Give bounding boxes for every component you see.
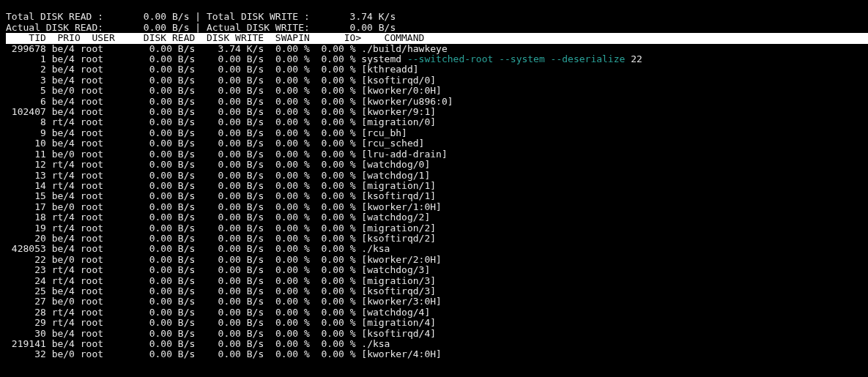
disk-read-cell: 0.00 B/s [126,96,195,107]
prio-cell: rt/4 [52,159,81,170]
process-row[interactable]: 5 be/0 root 0.00 B/s 0.00 B/s 0.00 % 0.0… [6,86,868,96]
disk-write-cell: 0.00 B/s [195,275,264,286]
column-header[interactable]: TID PRIO USER DISK READ DISK WRITE SWAPI… [6,33,868,43]
process-row[interactable]: 6 be/4 root 0.00 B/s 0.00 B/s 0.00 % 0.0… [6,97,868,107]
process-row[interactable]: 28 rt/4 root 0.00 B/s 0.00 B/s 0.00 % 0.… [6,307,868,318]
process-row[interactable]: 30 be/4 root 0.00 B/s 0.00 B/s 0.00 % 0.… [6,329,868,339]
swapin-cell: 0.00 % [264,180,310,191]
process-row[interactable]: 13 rt/4 root 0.00 B/s 0.00 B/s 0.00 % 0.… [6,171,868,181]
process-row[interactable]: 22 be/0 root 0.00 B/s 0.00 B/s 0.00 % 0.… [6,255,868,265]
disk-read-cell: 0.00 B/s [126,53,195,64]
process-row[interactable]: 219141 be/4 root 0.00 B/s 0.00 B/s 0.00 … [6,339,868,349]
command-cell: [kworker/1:0H] [361,201,442,212]
process-row[interactable]: 15 be/4 root 0.00 B/s 0.00 B/s 0.00 % 0.… [6,191,868,201]
prio-cell: be/4 [52,285,81,296]
swapin-cell: 0.00 % [264,127,310,138]
disk-write-cell: 0.00 B/s [195,285,264,296]
user-cell: root [81,201,127,212]
prio-cell: rt/4 [52,170,81,181]
process-row[interactable]: 12 rt/4 root 0.00 B/s 0.00 B/s 0.00 % 0.… [6,160,868,170]
process-row[interactable]: 428053 be/4 root 0.00 B/s 0.00 B/s 0.00 … [6,244,868,254]
process-row[interactable]: 299678 be/4 root 0.00 B/s 3.74 K/s 0.00 … [6,44,868,54]
user-cell: root [81,159,127,170]
tid-cell: 102407 [6,106,52,117]
tid-cell: 20 [6,233,52,244]
command-cell: [watchdog/0] [361,159,430,170]
disk-read-cell: 0.00 B/s [126,233,195,244]
user-cell: root [81,296,127,307]
swapin-cell: 0.00 % [264,138,310,149]
command-cell: [watchdog/2] [361,212,430,223]
process-row[interactable]: 20 be/4 root 0.00 B/s 0.00 B/s 0.00 % 0.… [6,234,868,244]
process-row[interactable]: 1 be/4 root 0.00 B/s 0.00 B/s 0.00 % 0.0… [6,54,868,64]
process-row[interactable]: 17 be/0 root 0.00 B/s 0.00 B/s 0.00 % 0.… [6,202,868,212]
process-row[interactable]: 27 be/0 root 0.00 B/s 0.00 B/s 0.00 % 0.… [6,296,868,307]
disk-read-cell: 0.00 B/s [126,149,195,160]
process-row[interactable]: 8 rt/4 root 0.00 B/s 0.00 B/s 0.00 % 0.0… [6,117,868,127]
user-cell: root [81,43,127,54]
command-cell: [rcu_sched] [361,138,424,149]
tid-cell: 27 [6,296,52,307]
user-cell: root [81,106,127,117]
disk-read-cell: 0.00 B/s [126,85,195,96]
command-cell: systemd [361,53,407,64]
command-cell: [lru-add-drain] [361,149,447,160]
io-cell: 0.00 % [310,328,361,339]
user-cell: root [81,243,127,254]
process-row[interactable]: 14 rt/4 root 0.00 B/s 0.00 B/s 0.00 % 0.… [6,181,868,191]
tid-cell: 15 [6,190,52,201]
disk-read-cell: 0.00 B/s [126,127,195,138]
process-row[interactable]: 19 rt/4 root 0.00 B/s 0.00 B/s 0.00 % 0.… [6,223,868,234]
disk-read-cell: 0.00 B/s [126,338,195,349]
disk-read-cell: 0.00 B/s [126,317,195,328]
io-cell: 0.00 % [310,180,361,191]
user-cell: root [81,212,127,223]
io-cell: 0.00 % [310,64,361,75]
disk-write-cell: 0.00 B/s [195,127,264,138]
io-cell: 0.00 % [310,296,361,307]
tid-cell: 3 [6,75,52,86]
process-row[interactable]: 18 rt/4 root 0.00 B/s 0.00 B/s 0.00 % 0.… [6,212,868,223]
prio-cell: be/4 [52,190,81,201]
process-row[interactable]: 24 rt/4 root 0.00 B/s 0.00 B/s 0.00 % 0.… [6,276,868,286]
disk-read-cell: 0.00 B/s [126,138,195,149]
command-cell: [ksoftirqd/2] [361,233,436,244]
process-row[interactable]: 11 be/0 root 0.00 B/s 0.00 B/s 0.00 % 0.… [6,149,868,160]
tid-cell: 17 [6,201,52,212]
io-cell: 0.00 % [310,233,361,244]
user-cell: root [81,233,127,244]
command-cell: [kthreadd] [361,64,418,75]
prio-cell: be/4 [52,75,81,86]
user-cell: root [81,170,127,181]
disk-read-cell: 0.00 B/s [126,348,195,359]
process-row[interactable]: 2 be/4 root 0.00 B/s 0.00 B/s 0.00 % 0.0… [6,64,868,75]
process-row[interactable]: 29 rt/4 root 0.00 B/s 0.00 B/s 0.00 % 0.… [6,318,868,328]
disk-write-cell: 0.00 B/s [195,138,264,149]
command-cell: [migration/0] [361,116,436,127]
process-row[interactable]: 25 be/4 root 0.00 B/s 0.00 B/s 0.00 % 0.… [6,286,868,296]
prio-cell: be/4 [52,127,81,138]
process-row[interactable]: 23 rt/4 root 0.00 B/s 0.00 B/s 0.00 % 0.… [6,265,868,275]
process-row[interactable]: 3 be/4 root 0.00 B/s 0.00 B/s 0.00 % 0.0… [6,75,868,86]
command-cell: [ksoftirqd/1] [361,190,436,201]
process-row[interactable]: 32 be/0 root 0.00 B/s 0.00 B/s 0.00 % 0.… [6,349,868,359]
command-cell: [ksoftirqd/4] [361,328,436,339]
io-cell: 0.00 % [310,127,361,138]
terminal[interactable]: Total DISK READ : 0.00 B/s | Total DISK … [0,0,868,377]
command-cell: ./build/hawkeye [361,43,447,54]
process-row[interactable]: 9 be/4 root 0.00 B/s 0.00 B/s 0.00 % 0.0… [6,128,868,138]
user-cell: root [81,275,127,286]
process-row[interactable]: 10 be/4 root 0.00 B/s 0.00 B/s 0.00 % 0.… [6,138,868,149]
disk-write-cell: 0.00 B/s [195,190,264,201]
process-list: 299678 be/4 root 0.00 B/s 3.74 K/s 0.00 … [6,44,868,360]
swapin-cell: 0.00 % [264,275,310,286]
tid-cell: 28 [6,307,52,318]
disk-read-cell: 0.00 B/s [126,212,195,223]
tid-cell: 299678 [6,43,52,54]
total-disk-write: Total DISK WRITE : 3.74 K/s [207,11,396,22]
process-row[interactable]: 102407 be/4 root 0.00 B/s 0.00 B/s 0.00 … [6,107,868,117]
swapin-cell: 0.00 % [264,75,310,86]
io-cell: 0.00 % [310,190,361,201]
swapin-cell: 0.00 % [264,159,310,170]
disk-write-cell: 0.00 B/s [195,317,264,328]
